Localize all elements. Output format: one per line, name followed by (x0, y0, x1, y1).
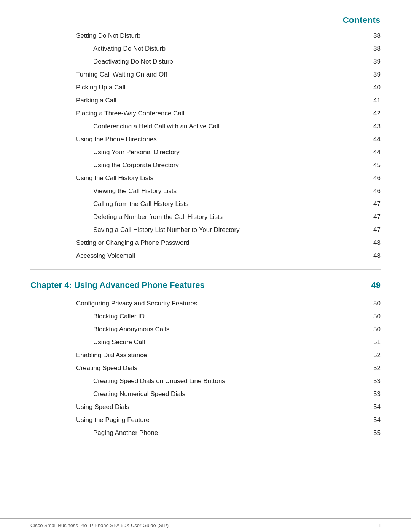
toc-entry-4: Picking Up a Call40 (30, 81, 381, 94)
toc-entry-12: Viewing the Call History Lists46 (30, 185, 381, 198)
entry-text-9: Using Your Personal Directory (93, 149, 365, 156)
entry-page-25: 53 (365, 377, 381, 385)
entry-text-3: Turning Call Waiting On and Off (76, 71, 365, 78)
chapter-heading-18: Chapter 4: Using Advanced Phone Features… (30, 270, 381, 297)
toc-entry-11: Using the Call History Lists46 (30, 172, 381, 185)
entry-page-17: 48 (365, 252, 381, 260)
entry-text-13: Calling from the Call History Lists (93, 200, 365, 208)
toc-entry-15: Saving a Call History List Number to You… (30, 224, 381, 236)
entry-page-2: 39 (365, 58, 381, 66)
footer: Cisco Small Business Pro IP Phone SPA 50… (0, 518, 411, 532)
entry-text-5: Parking a Call (76, 97, 365, 104)
entry-text-14: Deleting a Number from the Call History … (93, 213, 365, 221)
toc-entry-25: Creating Speed Dials on Unused Line Butt… (30, 375, 381, 388)
entry-page-14: 47 (365, 213, 381, 221)
entry-page-6: 42 (365, 110, 381, 117)
entry-text-21: Blocking Anonymous Calls (93, 326, 365, 333)
toc-entry-26: Creating Numerical Speed Dials53 (30, 388, 381, 401)
entry-page-1: 38 (365, 45, 381, 53)
footer-left: Cisco Small Business Pro IP Phone SPA 50… (30, 522, 169, 528)
toc-entry-7: Conferencing a Held Call with an Active … (30, 120, 381, 133)
toc-entry-22: Using Secure Call51 (30, 336, 381, 349)
entry-text-2: Deactivating Do Not Disturb (93, 58, 365, 66)
entry-page-29: 55 (365, 429, 381, 437)
toc-entry-8: Using the Phone Directories44 (30, 133, 381, 146)
entry-text-6: Placing a Three-Way Conference Call (76, 110, 365, 117)
chapter-title-18: Chapter 4: Using Advanced Phone Features (30, 280, 205, 290)
page-container: Contents Setting Do Not Disturb38Activat… (0, 0, 411, 532)
entry-page-11: 46 (365, 174, 381, 182)
toc-entry-28: Using the Paging Feature54 (30, 414, 381, 427)
entry-text-26: Creating Numerical Speed Dials (93, 390, 365, 398)
entry-page-22: 51 (365, 339, 381, 346)
entry-page-27: 54 (365, 403, 381, 411)
entry-text-29: Paging Another Phone (93, 429, 365, 437)
toc-entry-21: Blocking Anonymous Calls50 (30, 323, 381, 336)
toc-entry-29: Paging Another Phone55 (30, 427, 381, 439)
toc-entry-10: Using the Corporate Directory45 (30, 159, 381, 172)
footer-right: iii (377, 522, 381, 528)
entry-text-25: Creating Speed Dials on Unused Line Butt… (93, 377, 365, 385)
entry-page-5: 41 (365, 97, 381, 104)
entry-page-3: 39 (365, 71, 381, 78)
chapter-page-18: 49 (365, 280, 381, 290)
toc-entry-5: Parking a Call41 (30, 94, 381, 107)
entry-page-23: 52 (365, 351, 381, 359)
entry-page-15: 47 (365, 226, 381, 234)
entry-text-17: Accessing Voicemail (76, 252, 365, 260)
entry-text-12: Viewing the Call History Lists (93, 187, 365, 195)
entry-text-27: Using Speed Dials (76, 403, 365, 411)
toc-entry-27: Using Speed Dials54 (30, 401, 381, 414)
entry-text-24: Creating Speed Dials (76, 364, 365, 372)
entry-text-0: Setting Do Not Disturb (76, 32, 365, 40)
entry-page-21: 50 (365, 326, 381, 333)
entry-text-16: Setting or Changing a Phone Password (76, 239, 365, 247)
toc-entry-17: Accessing Voicemail48 (30, 249, 381, 262)
header: Contents (0, 0, 411, 29)
entry-text-4: Picking Up a Call (76, 84, 365, 91)
toc-entry-3: Turning Call Waiting On and Off39 (30, 68, 381, 81)
entry-page-26: 53 (365, 390, 381, 398)
toc-entry-9: Using Your Personal Directory44 (30, 146, 381, 159)
entry-page-24: 52 (365, 364, 381, 372)
entry-page-8: 44 (365, 136, 381, 143)
toc-entry-6: Placing a Three-Way Conference Call42 (30, 107, 381, 120)
entry-page-10: 45 (365, 161, 381, 169)
entry-text-10: Using the Corporate Directory (93, 161, 365, 169)
entry-text-22: Using Secure Call (93, 339, 365, 346)
toc-entry-16: Setting or Changing a Phone Password48 (30, 236, 381, 249)
entry-page-13: 47 (365, 200, 381, 208)
entry-text-7: Conferencing a Held Call with an Active … (93, 123, 365, 130)
entry-text-11: Using the Call History Lists (76, 174, 365, 182)
entry-text-1: Activating Do Not Disturb (93, 45, 365, 53)
entry-page-9: 44 (365, 149, 381, 156)
toc-entry-19: Configuring Privacy and Security Feature… (30, 297, 381, 310)
entry-text-19: Configuring Privacy and Security Feature… (76, 300, 365, 307)
entry-page-19: 50 (365, 300, 381, 307)
toc-entry-20: Blocking Caller ID50 (30, 310, 381, 323)
entry-text-15: Saving a Call History List Number to You… (93, 226, 365, 234)
entry-page-12: 46 (365, 187, 381, 195)
toc-entry-0: Setting Do Not Disturb38 (30, 29, 381, 42)
entry-text-20: Blocking Caller ID (93, 313, 365, 320)
toc-entry-23: Enabling Dial Assistance52 (30, 349, 381, 362)
toc-entry-2: Deactivating Do Not Disturb39 (30, 55, 381, 68)
entry-page-28: 54 (365, 416, 381, 424)
toc-entry-1: Activating Do Not Disturb38 (30, 42, 381, 55)
entry-page-0: 38 (365, 32, 381, 40)
toc-entry-24: Creating Speed Dials52 (30, 362, 381, 375)
entry-page-7: 43 (365, 123, 381, 130)
entry-page-20: 50 (365, 313, 381, 320)
contents-title: Contents (343, 15, 381, 25)
entry-text-28: Using the Paging Feature (76, 416, 365, 424)
toc-entry-13: Calling from the Call History Lists47 (30, 198, 381, 211)
entry-text-8: Using the Phone Directories (76, 136, 365, 143)
entry-page-16: 48 (365, 239, 381, 247)
content-area: Setting Do Not Disturb38Activating Do No… (0, 29, 411, 439)
toc-entry-14: Deleting a Number from the Call History … (30, 211, 381, 224)
entry-text-23: Enabling Dial Assistance (76, 351, 365, 359)
entry-page-4: 40 (365, 84, 381, 91)
